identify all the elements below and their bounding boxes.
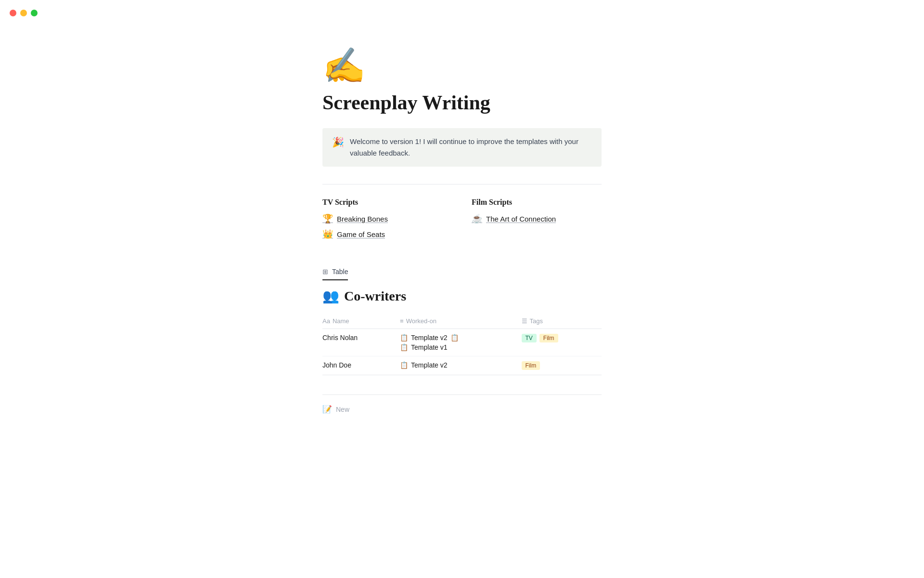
game-of-seats-icon: 👑 [322, 229, 333, 239]
breaking-bones-label: Breaking Bones [337, 215, 388, 223]
worked-on-cell: 📋 Template v2 📋 📋 Template v1 [400, 334, 515, 351]
cowriters-label: Co-writers [344, 289, 406, 304]
template-item-v2[interactable]: 📋 Template v2 📋 [400, 334, 515, 342]
row-chris-nolan-name[interactable]: Chris Nolan [322, 329, 400, 356]
script-link-art-of-connection[interactable]: ☕ The Art of Connection [472, 213, 602, 224]
callout-icon: 🎉 [332, 136, 344, 148]
cowriters-title: 👥 Co-writers [322, 288, 602, 304]
col-header-worked-on: ≡ Worked-on [400, 314, 521, 329]
template-v2-icon: 📋 [400, 334, 408, 342]
scripts-section: TV Scripts 🏆 Breaking Bones 👑 Game of Se… [322, 198, 602, 244]
film-scripts-heading: Film Scripts [472, 198, 602, 207]
row-chris-nolan-worked-on: 📋 Template v2 📋 📋 Template v1 [400, 329, 521, 356]
traffic-light-green[interactable] [31, 10, 38, 16]
traffic-light-red[interactable] [10, 10, 16, 16]
art-of-connection-icon: ☕ [472, 213, 482, 224]
tags-cell-chris: TV Film [522, 334, 596, 342]
row-john-doe-tags: Film [522, 356, 602, 375]
col-header-name: Aa Name [322, 314, 400, 329]
bottom-hint: 📝 New [322, 405, 602, 414]
bottom-section: 📝 New [322, 394, 602, 414]
page-icon: ✍️ [322, 48, 602, 83]
name-col-icon: Aa [322, 317, 330, 325]
template-item-v1[interactable]: 📋 Template v1 [400, 343, 515, 351]
tag-film[interactable]: Film [539, 334, 558, 342]
worked-on-cell: 📋 Template v2 [400, 361, 515, 369]
template-item-john-v2[interactable]: 📋 Template v2 [400, 361, 515, 369]
table-row: John Doe 📋 Template v2 Film [322, 356, 602, 375]
game-of-seats-label: Game of Seats [337, 230, 385, 238]
tv-scripts-heading: TV Scripts [322, 198, 452, 207]
breaking-bones-icon: 🏆 [322, 213, 333, 224]
table-tab[interactable]: ⊞ Table [322, 268, 348, 280]
worked-on-col-icon: ≡ [400, 317, 404, 325]
template-v1-label: Template v1 [411, 343, 447, 351]
row-john-doe-name[interactable]: John Doe [322, 356, 400, 375]
callout-text: Welcome to version 1! I will continue to… [350, 136, 592, 159]
col-header-tags: ☰ Tags [522, 314, 602, 329]
divider-top [322, 184, 602, 184]
template-v1-icon: 📋 [400, 343, 408, 351]
tags-cell-john: Film [522, 361, 596, 370]
art-of-connection-label: The Art of Connection [486, 215, 556, 223]
cowriters-emoji: 👥 [322, 288, 339, 304]
film-scripts-column: Film Scripts ☕ The Art of Connection [472, 198, 602, 244]
template-v2-label: Template v2 [411, 334, 447, 342]
script-link-breaking-bones[interactable]: 🏆 Breaking Bones [322, 213, 452, 224]
cowriters-table: Aa Name ≡ Worked-on ☰ Tags [322, 314, 602, 375]
template-john-v2-label: Template v2 [411, 361, 447, 369]
page-title: Screenplay Writing [322, 91, 602, 115]
tag-film-john[interactable]: Film [522, 361, 540, 370]
row-chris-nolan-tags: TV Film [522, 329, 602, 356]
col-worked-on-label: Worked-on [406, 317, 436, 325]
tag-tv[interactable]: TV [522, 334, 537, 342]
tv-scripts-column: TV Scripts 🏆 Breaking Bones 👑 Game of Se… [322, 198, 452, 244]
main-content: ✍️ Screenplay Writing 🎉 Welcome to versi… [294, 0, 630, 443]
row-john-doe-worked-on: 📋 Template v2 [400, 356, 521, 375]
table-section: ⊞ Table 👥 Co-writers Aa Name [322, 267, 602, 375]
col-name-label: Name [333, 317, 349, 325]
traffic-lights [10, 10, 38, 16]
bottom-hint-icon: 📝 [322, 405, 332, 414]
table-tab-label: Table [332, 268, 348, 276]
traffic-light-yellow[interactable] [20, 10, 27, 16]
tags-col-icon: ☰ [522, 317, 527, 325]
bottom-hint-text: New [336, 406, 349, 413]
script-link-game-of-seats[interactable]: 👑 Game of Seats [322, 229, 452, 239]
table-grid-icon: ⊞ [322, 268, 328, 276]
callout-box: 🎉 Welcome to version 1! I will continue … [322, 128, 602, 167]
template-v2-link-icon: 📋 [450, 334, 459, 342]
col-tags-label: Tags [530, 317, 543, 325]
table-row: Chris Nolan 📋 Template v2 📋 📋 Templat [322, 329, 602, 356]
template-john-v2-icon: 📋 [400, 361, 408, 369]
